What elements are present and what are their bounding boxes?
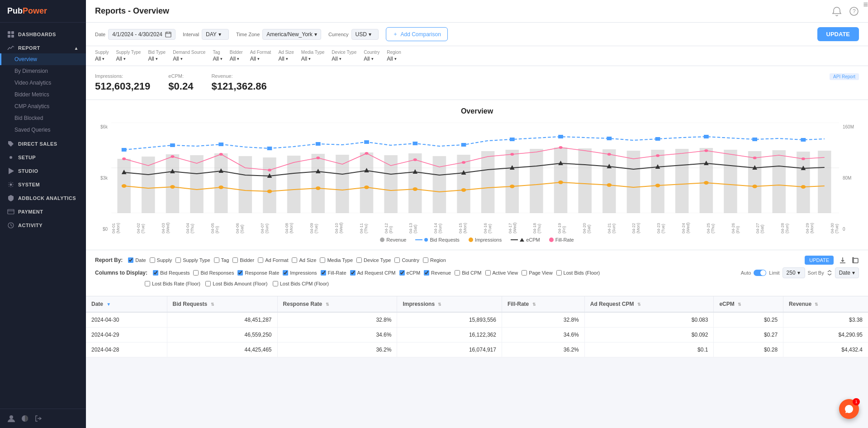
dim-filter-supply[interactable]: SupplyAll ▾ [95, 50, 109, 62]
logout-icon[interactable] [34, 414, 43, 423]
sidebar-section-dashboards[interactable]: DASHBOARDS [0, 26, 86, 40]
col-revenue-checkbox[interactable] [424, 270, 429, 276]
col-bid-requests-checkbox[interactable] [153, 270, 158, 276]
svg-point-75 [558, 181, 563, 184]
bell-icon[interactable] [832, 6, 842, 16]
dimension-ad-size-checkbox[interactable] [292, 257, 297, 263]
sort-arrows-impressions: ⇅ [438, 302, 441, 307]
auto-toggle[interactable] [754, 270, 766, 276]
chat-bubble[interactable]: 1 [839, 399, 859, 419]
sidebar-section-adblock[interactable]: ADBLOCK ANALYTICS [0, 190, 86, 204]
dimension-supply-checkbox[interactable] [150, 257, 155, 263]
table-controls-right: Auto Limit 250 ▾ Sort By Date ▾ [741, 267, 859, 278]
table-header-row: Date ▼ Bid Requests ⇅ Response Rate ⇅ [86, 296, 868, 312]
theme-icon[interactable] [21, 414, 29, 423]
sidebar-section-setup[interactable]: SETUP [0, 149, 86, 163]
col-header-ad-request-cpm[interactable]: Ad Request CPM ⇅ [584, 296, 714, 312]
col-active-view-checkbox[interactable] [485, 270, 491, 276]
interval-select[interactable]: DAY ▾ [202, 29, 229, 40]
dim-filter-device-type[interactable]: Device TypeAll ▾ [332, 50, 356, 62]
sidebar-section-payment[interactable]: PAYMENT [0, 204, 86, 217]
sidebar-item-bidder-metrics[interactable]: Bidder Metrics [0, 89, 86, 100]
dimension-supply-type-checkbox[interactable] [175, 257, 181, 263]
col-lost-bids-amount-floor-checkbox[interactable] [205, 281, 211, 286]
update-button[interactable]: UPDATE [817, 27, 859, 41]
timezone-label: Time Zone [236, 32, 260, 37]
svg-marker-5 [9, 168, 14, 174]
currency-select[interactable]: USD ▾ [351, 29, 379, 40]
help-icon[interactable]: ? [849, 6, 859, 16]
col-bid-cpm-checkbox[interactable] [455, 270, 460, 276]
dim-filter-bid-type[interactable]: Bid TypeAll ▾ [148, 50, 166, 62]
timezone-select[interactable]: America/New_York ▾ [262, 29, 321, 40]
dimension-media-type-checkbox[interactable] [320, 257, 325, 263]
sidebar-section-studio[interactable]: STUDIO [0, 163, 86, 176]
sort-by-select[interactable]: Date ▾ [835, 267, 859, 278]
col-bid-requests-label: Bid Requests [160, 270, 190, 276]
dim-filter-ad-size[interactable]: Ad SizeAll ▾ [278, 50, 294, 62]
sidebar-section-report[interactable]: REPORT ▲ [0, 40, 86, 53]
col-lost-bids-floor-checkbox[interactable] [556, 270, 562, 276]
svg-point-68 [218, 185, 223, 189]
user-icon[interactable] [7, 414, 15, 423]
dim-filter-demand-source[interactable]: Demand SourceAll ▾ [173, 50, 205, 62]
col-header-response-rate[interactable]: Response Rate ⇅ [277, 296, 397, 312]
svg-rect-46 [724, 150, 737, 213]
sidebar-section-activity[interactable]: ACTIVITY [0, 217, 86, 231]
sidebar-item-video-analytics[interactable]: Video Analytics [0, 77, 86, 89]
dim-filter-ad-format[interactable]: Ad FormatAll ▾ [250, 50, 271, 62]
col-header-date[interactable]: Date ▼ [86, 296, 167, 312]
sidebar-section-direct-sales[interactable]: DIRECT SALES [0, 136, 86, 149]
config-update-button[interactable]: UPDATE [805, 256, 834, 265]
download-icon[interactable] [839, 257, 846, 264]
col-ad-request-cpm-checkbox[interactable] [350, 270, 356, 276]
x-label-1: 04-01 (Mon) [111, 215, 120, 233]
topbar-icons: ? [832, 6, 859, 16]
col-header-revenue[interactable]: Revenue ⇅ [783, 296, 868, 312]
legend-triangle-ecpm [520, 238, 524, 242]
col-fill-rate-checkbox[interactable] [321, 270, 326, 276]
svg-rect-51 [122, 148, 127, 152]
limit-select[interactable]: 250 ▾ [783, 267, 805, 278]
col-lost-bids-rate-floor-checkbox[interactable] [145, 281, 150, 286]
sidebar-item-bid-blocked[interactable]: Bid Blocked [0, 112, 86, 124]
logo[interactable]: PubPower [0, 0, 86, 23]
sidebar-item-cmp-analytics[interactable]: CMP Analytics [0, 100, 86, 112]
col-ecpm-checkbox[interactable] [399, 270, 405, 276]
dim-filter-country[interactable]: CountryAll ▾ [364, 50, 379, 62]
sidebar-item-overview[interactable]: Overview [0, 53, 86, 65]
dim-filter-tag[interactable]: TagAll ▾ [213, 50, 222, 62]
dimension-bidder-checkbox[interactable] [232, 257, 238, 263]
col-header-bid-requests[interactable]: Bid Requests ⇅ [167, 296, 277, 312]
dimension-ad-format-checkbox[interactable] [258, 257, 263, 263]
sidebar-section-system[interactable]: SYSTEM [0, 176, 86, 190]
col-header-ecpm[interactable]: eCPM ⇅ [714, 296, 783, 312]
col-impressions-checkbox[interactable] [283, 270, 288, 276]
dimension-tag-checkbox[interactable] [214, 257, 219, 263]
col-page-view-checkbox[interactable] [522, 270, 527, 276]
svg-point-102 [413, 158, 417, 161]
col-header-fill-rate[interactable]: Fill-Rate ⇅ [502, 296, 584, 312]
sort-arrows-ecpm: ⇅ [738, 302, 741, 307]
copy-icon[interactable] [852, 257, 859, 264]
col-response-rate-checkbox[interactable] [237, 270, 243, 276]
dimension-country-checkbox[interactable] [394, 257, 400, 263]
dim-filter-media-type[interactable]: Media TypeAll ▾ [301, 50, 325, 62]
col-header-impressions[interactable]: Impressions ⇅ [397, 296, 502, 312]
dimension-device-type-checkbox[interactable] [356, 257, 362, 263]
dim-filter-bidder[interactable]: BidderAll ▾ [230, 50, 243, 62]
cell-ecpm: $0.25 [714, 312, 783, 328]
sidebar-item-by-dimension[interactable]: By Dimension [0, 65, 86, 77]
svg-rect-57 [413, 142, 417, 145]
dimension-region-checkbox[interactable] [423, 257, 428, 263]
sidebar-item-saved-queries[interactable]: Saved Queries [0, 124, 86, 136]
dim-filter-supply-type[interactable]: Supply TypeAll ▾ [116, 50, 141, 62]
date-filter-label: Date [95, 32, 105, 37]
col-lost-bids-cpm-floor-checkbox[interactable] [273, 281, 278, 286]
col-impressions: Impressions [283, 270, 317, 276]
col-bid-responses-checkbox[interactable] [193, 270, 199, 276]
add-comparison-button[interactable]: ＋ Add Comparison [386, 27, 448, 41]
dim-filter-region[interactable]: RegionAll ▾ [387, 50, 401, 62]
date-picker[interactable]: 4/1/2024 - 4/30/2024 [108, 29, 175, 40]
dimension-date-checkbox[interactable] [128, 257, 133, 263]
